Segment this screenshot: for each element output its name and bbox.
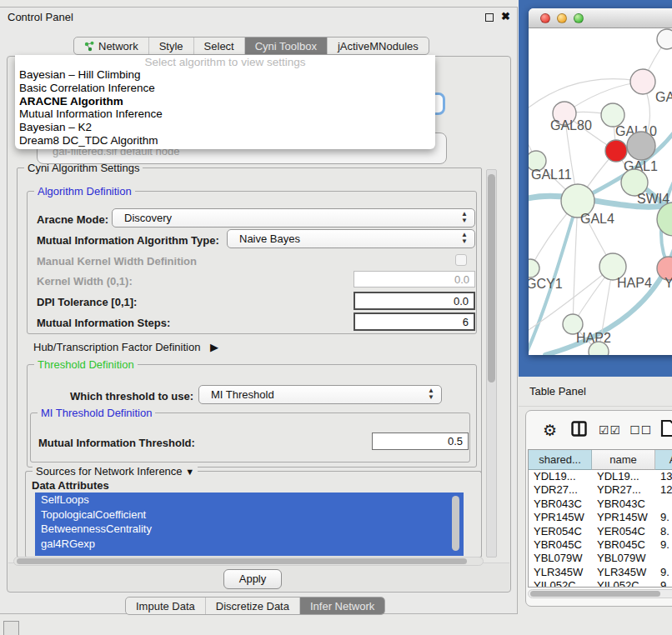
network-window-titlebar[interactable] [529, 8, 672, 28]
network-node-gcy1[interactable] [529, 259, 539, 278]
table-body: YDL19...YDL19...13YDR27...YDR27...12YBR0… [529, 470, 672, 588]
tab-label: jActiveMNodules [338, 40, 419, 52]
scrollbar-thumb[interactable] [530, 591, 660, 597]
data-operation-tabs: Impute DataDiscretize DataInfer Network [125, 597, 385, 615]
list-scrollbar[interactable] [452, 496, 459, 551]
manual-kernel-width-checkbox[interactable] [455, 254, 467, 266]
new-document-icon[interactable] [660, 419, 672, 441]
dropdown-item[interactable]: ARACNE Algorithm [15, 95, 435, 108]
table-header-row: shared...nameA [529, 450, 672, 470]
apply-button[interactable]: Apply [223, 569, 282, 589]
group-title: Algorithm Definition [34, 185, 135, 198]
control-panel-titlebar: Control Panel ✖ [0, 8, 517, 28]
network-node[interactable] [627, 132, 655, 160]
which-threshold-label: Which threshold to use: [70, 390, 193, 402]
close-icon[interactable]: ✖ [501, 10, 510, 22]
data-attribute-item-selected[interactable]: SelfLoops [35, 492, 464, 508]
gear-icon[interactable]: ⚙ [543, 421, 557, 440]
table-cell: YER054C [529, 525, 592, 538]
table-row[interactable]: YBR045CYBR045C9. [529, 538, 672, 552]
table-row[interactable]: YDL19...YDL19...13 [529, 470, 672, 483]
tab-network[interactable]: Network [74, 38, 148, 54]
settings-vertical-scrollbar[interactable] [486, 169, 497, 558]
minimized-panel-button[interactable] [3, 621, 19, 635]
tab-label: Discretize Data [216, 600, 289, 612]
dropdown-item[interactable]: Bayesian – K2 [15, 121, 435, 134]
collapse-down-arrow-icon[interactable]: ▼ [185, 467, 194, 477]
tab-style[interactable]: Style [148, 38, 193, 54]
dpi-tolerance-field[interactable]: 0.0 [354, 292, 475, 310]
dropdown-item[interactable]: Basic Correlation Inference [15, 82, 435, 95]
tab-infer-network[interactable]: Infer Network [299, 598, 384, 614]
stepper-arrows-icon: ▲▼ [461, 232, 468, 245]
table-row[interactable]: YDR27...YDR27...12 [529, 483, 672, 497]
network-canvas[interactable]: GALGAL80GAL10GAL1GAL11GAL4SWI4GCY1HAP4YH… [529, 28, 672, 355]
node-label: GAL11 [531, 168, 572, 182]
table-cell: 9. [655, 579, 672, 588]
tab-label: Network [98, 40, 138, 52]
data-attribute-item-selected[interactable]: TopologicalCoefficient [35, 508, 464, 522]
column-header[interactable]: name [592, 450, 655, 470]
aracne-mode-select[interactable]: Discovery ▲▼ [112, 208, 475, 228]
table-row[interactable]: YBR043CYBR043C [529, 498, 672, 511]
table-cell: YPR145W [592, 511, 655, 524]
data-attribute-item-selected[interactable]: gal4RGexp [35, 537, 464, 552]
table-cell: 9. [655, 566, 672, 579]
table-cell: 9. [655, 511, 672, 524]
table-panel-title: Table Panel [529, 385, 586, 398]
table-toolbar: ⚙ ☑☑ ☐☐ [526, 411, 672, 449]
select-all-checkboxes-icon[interactable]: ☑☑ [599, 423, 621, 437]
node-label: HAP4 [617, 276, 652, 290]
node-label: GCY1 [529, 277, 563, 291]
tab-jactivemnodules[interactable]: jActiveMNodules [327, 38, 429, 54]
tab-cyni-toolbox[interactable]: Cyni Toolbox [244, 38, 327, 54]
panel-title: Control Panel [8, 11, 73, 23]
table-row[interactable]: YER054CYER054C8. [529, 525, 672, 538]
network-edge[interactable] [529, 79, 643, 108]
table-row[interactable]: YPR145WYPR145W9. [529, 511, 672, 524]
table-cell: 12 [655, 483, 672, 497]
table-row[interactable]: YIL052CYIL052C9. [529, 579, 672, 588]
table-panel-titlebar: Table Panel [519, 377, 672, 407]
table-cell: YBR045C [529, 538, 592, 552]
expand-right-arrow-icon: ▶ [210, 341, 218, 353]
table-cell: YBL079W [592, 552, 655, 565]
dropdown-item[interactable]: Dream8 DC_TDC Algorithm [15, 134, 435, 148]
dropdown-item[interactable]: Bayesian – Hill Climbing [15, 68, 435, 82]
algorithm-dropdown-list: Select algorithm to view settings Bayesi… [15, 55, 435, 149]
tab-discretize-data[interactable]: Discretize Data [205, 598, 299, 614]
mi-steps-field[interactable]: 6 [354, 312, 475, 331]
column-header[interactable]: A [655, 450, 672, 470]
which-threshold-select[interactable]: MI Threshold ▲▼ [198, 385, 442, 404]
column-header[interactable]: shared... [529, 450, 592, 470]
data-attributes-list[interactable]: SelfLoopsTopologicalCoefficientBetweenne… [35, 492, 464, 556]
mi-algorithm-type-select[interactable]: Naive Bayes ▲▼ [227, 229, 475, 248]
split-view-icon[interactable] [571, 421, 587, 440]
network-node[interactable] [657, 29, 672, 49]
zoom-traffic-light-icon[interactable] [574, 13, 584, 23]
deselect-all-checkboxes-icon[interactable]: ☐☐ [629, 423, 652, 437]
node-label: Y [664, 276, 672, 290]
tab-impute-data[interactable]: Impute Data [126, 598, 205, 614]
mi-threshold-label: Mutual Information Threshold: [38, 437, 195, 449]
data-attribute-item-selected[interactable]: BetweennessCentrality [35, 522, 464, 537]
mi-threshold-field[interactable]: 0.5 [372, 432, 469, 450]
close-traffic-light-icon[interactable] [540, 13, 550, 23]
tab-select[interactable]: Select [193, 38, 244, 54]
node-label: SWI4 [637, 192, 669, 206]
kernel-width-field[interactable]: 0.0 [354, 271, 475, 288]
network-node-gal10[interactable] [601, 103, 624, 127]
hub-transcription-factor-toggle[interactable]: Hub/Transcription Factor Definition ▶ [33, 341, 218, 353]
mi-algorithm-type-label: Mutual Information Algorithm Type: [37, 234, 219, 247]
dropdown-item[interactable]: Mutual Information Inference [15, 108, 435, 121]
scrollbar-thumb[interactable] [488, 174, 495, 382]
minimize-traffic-light-icon[interactable] [557, 13, 567, 23]
table-row[interactable]: YLR345WYLR345W9. [529, 566, 672, 579]
float-window-icon[interactable] [485, 13, 494, 22]
table-row[interactable]: YBL079WYBL079W [529, 552, 672, 565]
manual-kernel-width-label: Manual Kernel Width Definition [37, 255, 197, 268]
table-horizontal-scrollbar[interactable] [528, 589, 672, 598]
network-node-gal[interactable] [630, 69, 655, 94]
scrollbar-thumb[interactable] [17, 558, 467, 564]
settings-horizontal-scrollbar[interactable] [13, 557, 484, 566]
